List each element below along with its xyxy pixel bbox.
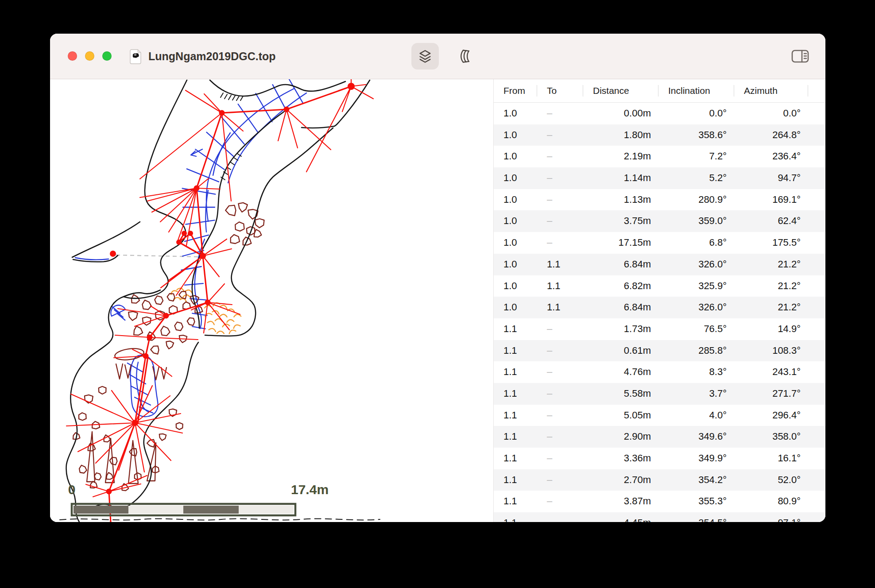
cell-from: 1.1 bbox=[494, 383, 537, 405]
column-header-inclination[interactable]: Inclination bbox=[658, 79, 734, 102]
cell-from: 1.1 bbox=[494, 512, 537, 522]
cell-to: – bbox=[537, 210, 583, 232]
table-row[interactable]: 1.0–1.14m5.2°94.7° bbox=[494, 167, 825, 189]
table-row[interactable]: 1.1–3.87m355.3°80.9° bbox=[494, 491, 825, 512]
cell-from: 1.1 bbox=[494, 318, 537, 340]
title-bar[interactable]: LungNgam2019DGC.top bbox=[50, 34, 825, 79]
toggle-sidebar-button[interactable] bbox=[786, 43, 814, 70]
table-row[interactable]: 1.1–0.61m285.8°108.3° bbox=[494, 340, 825, 362]
table-row[interactable]: 1.1–1.73m76.5°14.9° bbox=[494, 318, 825, 340]
cell-to: 1.1 bbox=[537, 275, 583, 297]
cell-to: – bbox=[537, 318, 583, 340]
table-row[interactable]: 1.1–4.45m354.5°97.1° bbox=[494, 512, 825, 522]
table-row[interactable]: 1.01.16.84m326.0°21.2° bbox=[494, 297, 825, 318]
cell-filler bbox=[808, 491, 825, 512]
table-row[interactable]: 1.1–2.70m354.2°52.0° bbox=[494, 469, 825, 491]
cell-azimuth: 358.0° bbox=[734, 426, 808, 448]
cell-to: – bbox=[537, 512, 583, 522]
cell-azimuth: 175.5° bbox=[734, 232, 808, 254]
cell-inclination: 326.0° bbox=[658, 254, 734, 275]
cell-filler bbox=[808, 167, 825, 189]
table-row[interactable]: 1.1–3.36m349.9°16.1° bbox=[494, 448, 825, 469]
cell-filler bbox=[808, 426, 825, 448]
column-header-from[interactable]: From bbox=[494, 79, 537, 102]
cell-to: 1.1 bbox=[537, 254, 583, 275]
cell-to: – bbox=[537, 491, 583, 512]
cell-distance: 6.84m bbox=[583, 254, 658, 275]
cell-distance: 3.36m bbox=[583, 448, 658, 469]
table-row[interactable]: 1.0–1.13m280.9°169.1° bbox=[494, 189, 825, 211]
cell-distance: 1.14m bbox=[583, 167, 658, 189]
table-row[interactable]: 1.0–3.75m359.0°62.4° bbox=[494, 210, 825, 232]
cell-filler bbox=[808, 124, 825, 146]
cell-to: – bbox=[537, 383, 583, 405]
cell-from: 1.1 bbox=[494, 426, 537, 448]
cell-to: – bbox=[537, 469, 583, 491]
cell-azimuth: 21.2° bbox=[734, 254, 808, 275]
cell-inclination: 6.8° bbox=[658, 232, 734, 254]
column-header-azimuth[interactable]: Azimuth bbox=[734, 79, 808, 102]
cell-filler bbox=[808, 254, 825, 275]
table-row[interactable]: 1.1–5.05m4.0°296.4° bbox=[494, 405, 825, 426]
table-row[interactable]: 1.01.16.82m325.9°21.2° bbox=[494, 275, 825, 297]
cell-distance: 6.84m bbox=[583, 297, 658, 318]
cell-filler bbox=[808, 405, 825, 426]
column-header-to[interactable]: To bbox=[537, 79, 583, 102]
cell-azimuth: 14.9° bbox=[734, 318, 808, 340]
scale-zero-label: 0 bbox=[68, 482, 76, 497]
cell-azimuth: 52.0° bbox=[734, 469, 808, 491]
survey-splays bbox=[66, 79, 373, 497]
close-button[interactable] bbox=[68, 51, 77, 61]
cell-from: 1.0 bbox=[494, 297, 537, 318]
cell-inclination: 3.7° bbox=[658, 383, 734, 405]
cell-filler bbox=[808, 318, 825, 340]
cave-walls bbox=[60, 80, 380, 522]
cell-distance: 5.58m bbox=[583, 383, 658, 405]
cell-inclination: 359.0° bbox=[658, 210, 734, 232]
projections-icon bbox=[456, 49, 471, 64]
layers-button[interactable] bbox=[411, 43, 439, 70]
cell-inclination: 7.2° bbox=[658, 146, 734, 167]
cell-azimuth: 0.0° bbox=[734, 103, 808, 124]
table-row[interactable]: 1.1–4.76m8.3°243.1° bbox=[494, 361, 825, 383]
minimize-button[interactable] bbox=[85, 51, 94, 61]
projections-button[interactable] bbox=[449, 43, 477, 70]
cell-filler bbox=[808, 448, 825, 469]
cell-to: – bbox=[537, 361, 583, 383]
cell-from: 1.0 bbox=[494, 210, 537, 232]
table-row[interactable]: 1.0–17.15m6.8°175.5° bbox=[494, 232, 825, 254]
cell-from: 1.0 bbox=[494, 275, 537, 297]
cell-from: 1.0 bbox=[494, 103, 537, 124]
cell-to: – bbox=[537, 146, 583, 167]
cell-distance: 1.73m bbox=[583, 318, 658, 340]
cave-map-view[interactable]: 0 17.4m bbox=[50, 79, 493, 522]
table-row[interactable]: 1.0–1.80m358.6°264.8° bbox=[494, 124, 825, 146]
table-row[interactable]: 1.0–2.19m7.2°236.4° bbox=[494, 146, 825, 167]
cell-filler bbox=[808, 383, 825, 405]
cell-to: – bbox=[537, 448, 583, 469]
cell-azimuth: 236.4° bbox=[734, 146, 808, 167]
cell-distance: 17.15m bbox=[583, 232, 658, 254]
column-header-distance[interactable]: Distance bbox=[583, 79, 658, 102]
table-row[interactable]: 1.01.16.84m326.0°21.2° bbox=[494, 254, 825, 275]
table-row[interactable]: 1.1–5.58m3.7°271.7° bbox=[494, 383, 825, 405]
cell-filler bbox=[808, 146, 825, 167]
cell-distance: 2.70m bbox=[583, 469, 658, 491]
cell-distance: 2.19m bbox=[583, 146, 658, 167]
cell-from: 1.1 bbox=[494, 469, 537, 491]
table-row[interactable]: 1.0–0.00m0.0°0.0° bbox=[494, 103, 825, 124]
cell-inclination: 76.5° bbox=[658, 318, 734, 340]
cell-filler bbox=[808, 297, 825, 318]
cell-distance: 3.87m bbox=[583, 491, 658, 512]
cell-distance: 3.75m bbox=[583, 210, 658, 232]
cell-from: 1.0 bbox=[494, 254, 537, 275]
table-row[interactable]: 1.1–2.90m349.6°358.0° bbox=[494, 426, 825, 448]
cell-azimuth: 94.7° bbox=[734, 167, 808, 189]
cell-from: 1.1 bbox=[494, 361, 537, 383]
cell-from: 1.1 bbox=[494, 340, 537, 362]
cell-from: 1.0 bbox=[494, 124, 537, 146]
cell-distance: 4.76m bbox=[583, 361, 658, 383]
cell-inclination: 349.9° bbox=[658, 448, 734, 469]
cell-inclination: 354.2° bbox=[658, 469, 734, 491]
zoom-button[interactable] bbox=[102, 51, 112, 61]
